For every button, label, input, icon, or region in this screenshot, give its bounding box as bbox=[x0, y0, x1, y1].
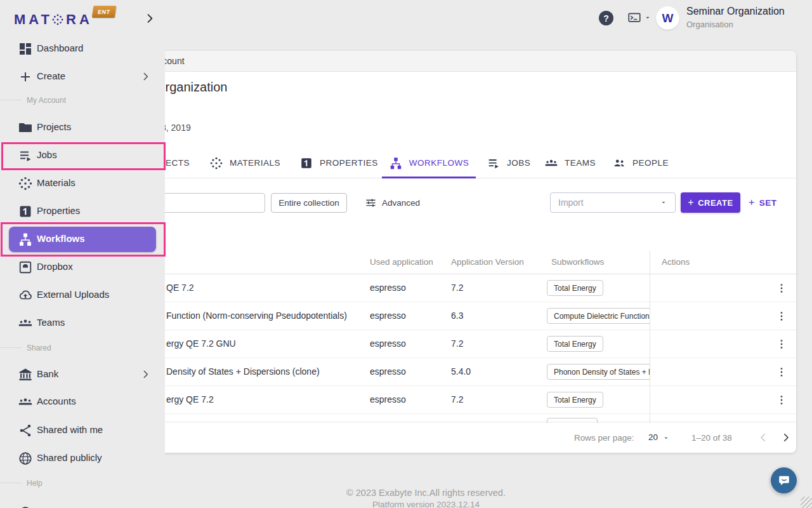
sidebar-collapse-icon[interactable] bbox=[143, 12, 156, 25]
table-row[interactable]: ergy QE 7.2 GNU espresso 7.2 Total Energ… bbox=[56, 330, 796, 358]
platform-version: Platform version 2023.12.14 bbox=[56, 500, 796, 508]
rows-per-page-select[interactable]: 20 bbox=[648, 432, 658, 442]
brand-dots-icon bbox=[51, 13, 64, 26]
resize-corner bbox=[801, 497, 812, 508]
jobs-list-icon bbox=[487, 156, 501, 170]
page-footer: © 2023 Exabyte Inc.All rights reserved. … bbox=[56, 488, 796, 508]
col-subworkflows: Subworkflows bbox=[551, 257, 604, 267]
sidebar-item-shared-with-me[interactable]: Shared with me bbox=[0, 418, 165, 443]
col-used-application: Used application bbox=[370, 257, 433, 267]
enterprise-badge: ENT bbox=[92, 6, 117, 18]
sidebar-item-projects[interactable]: Projects bbox=[0, 115, 165, 140]
chat-button[interactable] bbox=[771, 467, 797, 493]
sidebar-item-create[interactable]: Create bbox=[0, 64, 165, 90]
folder-icon bbox=[18, 120, 33, 135]
subworkflow-chip bbox=[547, 418, 598, 423]
caret-down-icon bbox=[660, 199, 667, 206]
section-label-shared: Shared bbox=[27, 344, 51, 352]
sidebar-item-accounts[interactable]: Accounts bbox=[0, 389, 165, 415]
panel-header-bar: Account bbox=[56, 51, 796, 72]
section-divider bbox=[0, 100, 22, 100]
looks-one-icon bbox=[299, 156, 313, 170]
app-root: ? W Seminar Organization Organisation Ac… bbox=[0, 0, 812, 508]
rows-per-page-label: Rows per page: bbox=[574, 433, 634, 443]
tab-properties[interactable]: PROPERTIES bbox=[299, 148, 378, 178]
created-date: 8, 2019 bbox=[161, 123, 191, 133]
subworkflow-chip: Total Energy bbox=[547, 280, 603, 296]
import-select[interactable]: Import bbox=[550, 192, 676, 213]
chat-bubble-icon bbox=[777, 474, 791, 488]
table-row[interactable]: ergy QE 7.2 espresso 7.2 Total Energy bbox=[56, 386, 796, 414]
row-actions-menu-icon[interactable] bbox=[775, 392, 788, 408]
sidebar: MAT RA ENT Dashboard Create My Account P… bbox=[0, 0, 165, 508]
org-name: Seminar Organization bbox=[686, 6, 785, 17]
sidebar-item-workflows[interactable]: Workflows bbox=[9, 227, 156, 252]
create-button[interactable]: + CREATE bbox=[681, 192, 740, 213]
subworkflow-chip: Total Energy bbox=[547, 336, 603, 352]
row-actions-menu-icon[interactable] bbox=[775, 337, 788, 352]
chevron-right-icon bbox=[140, 369, 151, 380]
groups-icon bbox=[18, 394, 33, 410]
col-application-version: Application Version bbox=[451, 257, 524, 267]
avatar[interactable]: W bbox=[656, 6, 679, 30]
tab-people[interactable]: PEOPLE bbox=[612, 148, 669, 178]
groups-icon bbox=[18, 316, 33, 331]
table-row[interactable]: Density of States + Dispersions (clone) … bbox=[56, 358, 796, 386]
pagination-bar: Rows per page: 20 1–20 of 38 bbox=[56, 423, 796, 453]
next-page-icon[interactable] bbox=[780, 432, 792, 443]
sidebar-item-properties[interactable]: Properties bbox=[0, 199, 165, 224]
plus-icon: + bbox=[688, 197, 694, 208]
tab-materials[interactable]: MATERIALS bbox=[209, 148, 280, 178]
tab-jobs[interactable]: JOBS bbox=[487, 148, 530, 178]
workflow-hierarchy-icon bbox=[389, 156, 403, 170]
section-label-help: Help bbox=[27, 479, 43, 488]
row-actions-menu-icon[interactable] bbox=[775, 364, 788, 380]
col-actions: Actions bbox=[662, 257, 690, 267]
groups-icon bbox=[544, 156, 558, 170]
sidebar-item-external-uploads[interactable]: External Uploads bbox=[0, 283, 165, 308]
jobs-list-icon bbox=[18, 148, 33, 163]
table-header: Used application Application Version Sub… bbox=[56, 251, 796, 274]
sidebar-item-materials[interactable]: Materials bbox=[0, 171, 165, 196]
table-row[interactable]: Function (Norm-conserving Pseudopotentia… bbox=[56, 302, 796, 330]
sidebar-item-jobs[interactable]: Jobs bbox=[0, 143, 165, 168]
sidebar-item-dashboard[interactable]: Dashboard bbox=[0, 36, 165, 62]
section-label-my-account: My Account bbox=[27, 96, 66, 105]
subworkflow-chip: Compute Dielectric Function bbox=[547, 308, 650, 324]
cloud-upload-icon bbox=[18, 288, 33, 303]
advanced-filter-button[interactable]: Advanced bbox=[365, 193, 420, 213]
tab-workflows[interactable]: WORKFLOWS bbox=[382, 148, 476, 178]
set-button[interactable]: + SET bbox=[749, 192, 777, 213]
entire-collection-button[interactable]: Entire collection bbox=[271, 193, 347, 213]
sidebar-item-dropbox[interactable]: Dropbox bbox=[0, 255, 165, 280]
share-icon bbox=[18, 423, 33, 438]
sidebar-item-bank[interactable]: Bank bbox=[0, 362, 165, 387]
console-menu[interactable] bbox=[627, 11, 652, 24]
caret-down-icon[interactable] bbox=[662, 434, 670, 442]
inbox-icon bbox=[18, 260, 33, 275]
sidebar-item-teams[interactable]: Teams bbox=[0, 311, 165, 336]
sidebar-item-shared-publicly[interactable]: Shared publicly bbox=[0, 446, 165, 471]
people-icon bbox=[612, 156, 626, 170]
subworkflow-chip: Total Energy bbox=[547, 392, 603, 408]
tab-bar: PROJECTS MATERIALS PROPERTIES WORKFLOWS … bbox=[56, 148, 796, 178]
table-row-partial bbox=[56, 414, 796, 423]
subworkflow-chip: Phonon Density of States + Dispersions bbox=[547, 364, 650, 380]
table-row[interactable]: QE 7.2 espresso 7.2 Total Energy bbox=[56, 274, 796, 302]
chevron-right-icon bbox=[140, 71, 151, 82]
materials-dots-icon bbox=[209, 156, 223, 170]
pagination-range: 1–20 of 38 bbox=[691, 433, 732, 443]
caret-down-icon bbox=[644, 14, 652, 22]
sidebar-item-documentation[interactable]: Documentation bbox=[0, 500, 165, 508]
previous-page-icon[interactable] bbox=[757, 432, 769, 443]
help-icon[interactable]: ? bbox=[599, 11, 613, 25]
brand-logo: MAT RA bbox=[14, 10, 93, 29]
row-actions-menu-icon[interactable] bbox=[775, 309, 788, 324]
copyright: © 2023 Exabyte Inc.All rights reserved. bbox=[56, 488, 796, 498]
dashboard-icon bbox=[18, 41, 33, 57]
plus-icon bbox=[18, 69, 33, 84]
plus-icon: + bbox=[749, 197, 755, 208]
tab-teams[interactable]: TEAMS bbox=[544, 148, 596, 178]
section-divider bbox=[0, 347, 22, 348]
row-actions-menu-icon[interactable] bbox=[775, 281, 788, 296]
